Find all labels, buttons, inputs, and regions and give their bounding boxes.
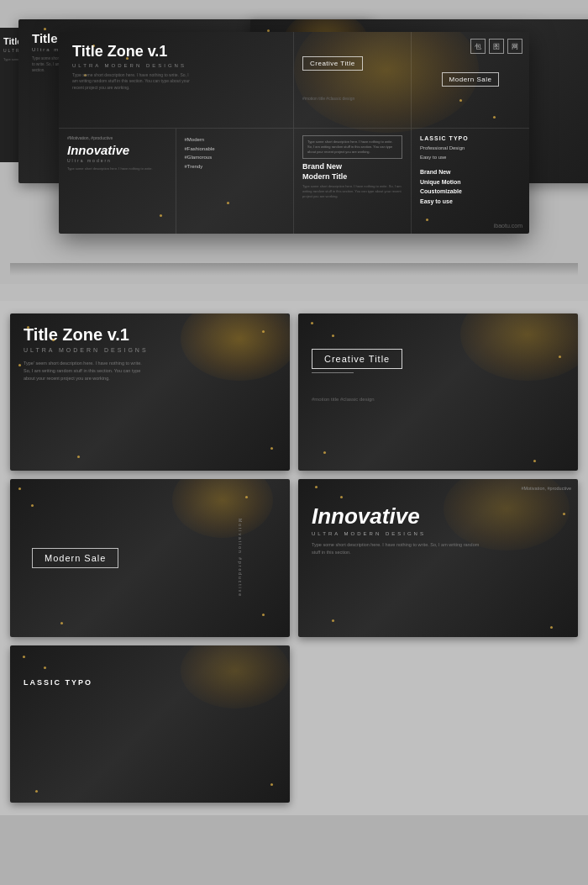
slides-grid: Title Zone v.1 Ultra modern designs Type… <box>0 301 588 815</box>
thumb-tz-body: Type' seem short description here. I hav… <box>24 360 150 382</box>
innovative-body: Type some short description here. I have… <box>67 166 167 171</box>
main-hashtag-section: #Modern#Fashionable#Glamorous#Trendy <box>176 129 294 234</box>
main-innovative-section: #Motivation, #productive Innovative Ultr… <box>59 129 176 234</box>
stacked-slides: Title Zone ULTRA MODERN Type some short … <box>10 15 578 259</box>
hashtag-list: #Modern#Fashionable#Glamorous#Trendy <box>185 135 286 171</box>
motion-text: #motion title #classic design <box>302 96 402 101</box>
creative-title-box: Creative Title <box>302 56 363 71</box>
thumb-modern-sale[interactable]: Motivation #productive Modern Sale <box>10 479 290 636</box>
separator <box>0 284 588 301</box>
thumb-creative-title[interactable]: Creative Title #motion title #classic de… <box>298 313 578 471</box>
wm-icon-tu: 图 <box>489 39 504 54</box>
wm-icon-wang: 网 <box>507 39 522 54</box>
main-body-text: Type some short description here. I have… <box>72 72 190 92</box>
main-bottom-right: Type some short description here. I have… <box>294 129 529 234</box>
brand-new-title: Brand NewModern Title <box>302 162 402 182</box>
ibaotu-watermark: ibaotu.com <box>494 223 522 229</box>
modern-sale-box: Modern Sale <box>442 72 500 87</box>
innovative-title: Innovative <box>67 143 167 157</box>
main-lassic-section: LASSIC TYPO Professional DesignEasy to u… <box>412 129 529 234</box>
thumb-ct-box: Creative Title <box>312 349 402 369</box>
brand-new-body: Type some short description here. I have… <box>302 184 402 199</box>
thumb-inno-hashtag: #Motivation, #productive <box>521 486 571 491</box>
top-preview-section: Title Zone ULTRA MODERN Type some short … <box>0 0 588 284</box>
slide-shadow <box>10 263 578 276</box>
thumb-ms-vertical: Motivation #productive <box>238 519 243 598</box>
lassic-title: LASSIC TYPO <box>420 135 521 141</box>
watermark-icons: 包 图 网 <box>470 39 522 54</box>
thumb-title-zone[interactable]: Title Zone v.1 Ultra modern designs Type… <box>10 313 290 471</box>
thumb-ct-motion: #motion title #classic design <box>312 397 564 402</box>
thumb-ms-box: Modern Sale <box>32 548 118 568</box>
thumb-ct-underline <box>312 372 354 373</box>
wm-icon-bao: 包 <box>470 39 486 54</box>
main-top-left: Title Zone v.1 Ultra modern designs Type… <box>59 32 294 129</box>
brand-new-items: Brand NewUnique MotionCoustomizableEasy … <box>420 167 521 208</box>
main-title-zone: Title Zone v.1 <box>72 44 280 61</box>
desc-box: Type some short description here. I have… <box>302 135 402 159</box>
innovative-label: #Motivation, #productive <box>67 135 167 140</box>
main-bottom-left: #Motivation, #productive Innovative Ultr… <box>59 129 294 234</box>
main-description-box-section: Type some short description here. I have… <box>294 129 412 234</box>
main-slide: 包 图 网 Title Zone v.1 Ultra modern design… <box>59 32 529 234</box>
main-creative-title-section: Creative Title #motion title #classic de… <box>294 32 412 128</box>
innovative-sub: Ultra modern <box>67 158 167 163</box>
lassic-items: Professional DesignEasy to use <box>420 144 521 163</box>
thumb-innovative[interactable]: #Motivation, #productive Innovative Ultr… <box>298 479 578 636</box>
main-subtitle: Ultra modern designs <box>72 63 280 68</box>
thumb-lassic-typo[interactable]: LASSIC TYPO <box>10 645 290 803</box>
thumb-inno-body: Type some short description here. I have… <box>312 541 480 556</box>
